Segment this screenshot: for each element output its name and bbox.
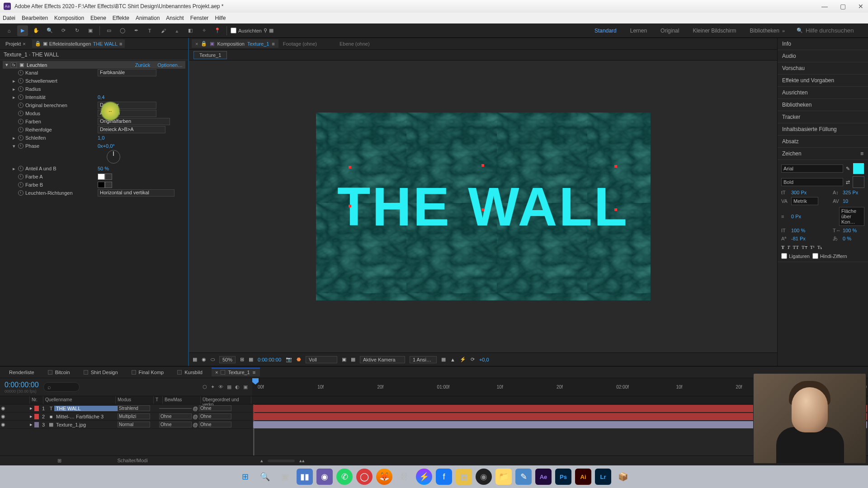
- menu-hilfe[interactable]: Hilfe: [215, 15, 226, 21]
- blend-mode-dropdown[interactable]: Normal: [118, 422, 150, 427]
- eyedropper-icon[interactable]: [105, 174, 112, 180]
- leading-value[interactable]: 325 Px: [843, 190, 864, 195]
- lock-icon[interactable]: 🔒: [201, 41, 207, 47]
- stopwatch-icon[interactable]: [18, 135, 24, 141]
- maximize-button[interactable]: ▢: [839, 3, 846, 10]
- layer-tab[interactable]: Ebene (ohne): [340, 41, 370, 47]
- app-icon[interactable]: ⛓: [396, 469, 412, 485]
- workspace-bibliotheken[interactable]: Bibliotheken: [750, 28, 779, 34]
- selection-tool[interactable]: ▶: [17, 25, 28, 36]
- workspace-kleiner bildschirm[interactable]: Kleiner Bildschirm: [693, 28, 736, 34]
- parent-pickwhip-icon[interactable]: @: [192, 406, 199, 411]
- options-link[interactable]: Optionen…: [157, 62, 183, 68]
- frame-blend-icon[interactable]: ▦: [227, 384, 231, 390]
- richtungen-dropdown[interactable]: Horizontal und vertikal: [98, 189, 175, 197]
- visibility-icon[interactable]: ◉: [0, 422, 6, 427]
- menu-ebene[interactable]: Ebene: [90, 15, 106, 21]
- menu-ansicht[interactable]: Ansicht: [166, 15, 184, 21]
- motion-blur-icon[interactable]: ◐: [235, 384, 240, 390]
- toggle-switches-icon[interactable]: ⊞: [57, 458, 61, 463]
- hand-tool[interactable]: ✋: [31, 25, 42, 36]
- panel-header-effekte-und-vorgaben[interactable]: Effekte und Vorgaben: [778, 75, 868, 87]
- timeline-tab[interactable]: Kursbild: [173, 368, 207, 376]
- orbit-tool[interactable]: ⟳: [58, 25, 69, 36]
- stopwatch-icon[interactable]: [18, 70, 24, 75]
- firefox-icon[interactable]: 🦊: [376, 469, 392, 485]
- effect-controls-tab[interactable]: 🔒 ▣ Effekteinstellungen THE WALL ≡: [32, 39, 125, 48]
- panel-header-tracker[interactable]: Tracker: [778, 111, 868, 123]
- close-icon[interactable]: ×: [215, 370, 218, 375]
- timeline-tab[interactable]: Bitcoin: [43, 368, 75, 376]
- chevron-down-icon[interactable]: ▾: [12, 143, 16, 149]
- stopwatch-icon[interactable]: [18, 143, 24, 149]
- stopwatch-icon[interactable]: [18, 190, 24, 196]
- blend-mode-dropdown[interactable]: Multiplizi: [118, 413, 150, 419]
- dof-icon[interactable]: ▲: [450, 357, 455, 362]
- effect-enable-icon[interactable]: ▣: [19, 62, 24, 68]
- selection-handle[interactable]: [614, 208, 617, 211]
- stopwatch-icon[interactable]: [18, 119, 24, 124]
- fast-preview-icon[interactable]: ⚡: [460, 357, 466, 362]
- minimize-button[interactable]: —: [821, 3, 828, 10]
- layer-row[interactable]: ◉▸3▦Texture_1.jpgNormalOhne@Ohne: [0, 421, 252, 429]
- zeichen-panel-header[interactable]: Zeichen≡: [778, 148, 868, 160]
- refresh-icon[interactable]: ⟳: [471, 357, 475, 362]
- stopwatch-icon[interactable]: [18, 86, 24, 92]
- panel-header-info[interactable]: Info: [778, 38, 868, 50]
- illustrator-icon[interactable]: Ai: [575, 469, 591, 485]
- views-dropdown[interactable]: 1 Ansi…: [410, 356, 437, 363]
- zoom-in-icon[interactable]: ▴▴: [299, 458, 305, 464]
- menu-datei[interactable]: Datei: [3, 15, 15, 21]
- composition-viewer[interactable]: THE WALL: [189, 61, 777, 352]
- label-color[interactable]: [34, 406, 39, 411]
- close-icon[interactable]: ×: [195, 41, 198, 47]
- stopwatch-icon[interactable]: [18, 78, 24, 84]
- panel-menu-icon[interactable]: ≡: [119, 41, 122, 47]
- subscript-button[interactable]: T₁: [817, 244, 822, 250]
- font-weight-dropdown[interactable]: Bold: [781, 178, 843, 186]
- app-icon[interactable]: ▦: [456, 469, 472, 485]
- type-tool[interactable]: T: [144, 25, 155, 36]
- stroke-color-swatch[interactable]: [853, 176, 864, 188]
- stopwatch-icon[interactable]: [18, 166, 24, 171]
- blend-mode-dropdown[interactable]: Strahlend: [118, 405, 150, 411]
- selection-handle[interactable]: [349, 205, 351, 207]
- panel-menu-icon[interactable]: ≡: [860, 150, 863, 157]
- graph-editor-icon[interactable]: ▣: [243, 384, 248, 390]
- label-color[interactable]: [34, 422, 39, 427]
- selection-handle[interactable]: [481, 164, 484, 167]
- transparency-icon[interactable]: ▦: [351, 357, 355, 362]
- color-a-swatch[interactable]: [98, 174, 105, 180]
- hindi-digits-checkbox[interactable]: Hindi-Ziffern: [812, 253, 847, 259]
- project-tab[interactable]: Projekt×: [3, 40, 28, 48]
- workspace-lernen[interactable]: Lernen: [630, 28, 647, 34]
- chevron-right-icon[interactable]: ▸: [28, 422, 34, 427]
- effect-header[interactable]: ▾ fx ▣ Leuchten Zurück Optionen…: [3, 61, 185, 69]
- phase-dial[interactable]: [107, 150, 120, 164]
- viewer-time[interactable]: 0:00:00:00: [258, 357, 281, 362]
- stopwatch-icon[interactable]: [18, 94, 24, 100]
- obs-icon[interactable]: ◉: [476, 469, 492, 485]
- menu-fenster[interactable]: Fenster: [190, 15, 209, 21]
- kanal-dropdown[interactable]: Farbkanäle: [98, 69, 156, 76]
- photoshop-icon[interactable]: Ps: [555, 469, 571, 485]
- exposure-value[interactable]: +0,0: [479, 357, 489, 362]
- chevron-right-icon[interactable]: ▸: [28, 405, 34, 411]
- resolution-icon[interactable]: ⊞: [240, 357, 244, 362]
- chevron-right-icon[interactable]: ▸: [12, 94, 16, 100]
- app-icon[interactable]: ◯: [356, 469, 373, 485]
- menu-animation[interactable]: Animation: [136, 15, 160, 21]
- stroke-width-value[interactable]: 0 Px: [791, 214, 813, 219]
- chevron-right-icon[interactable]: ▸: [12, 135, 16, 141]
- lightroom-icon[interactable]: Lr: [595, 469, 611, 485]
- trkmat-dropdown[interactable]: [159, 408, 192, 409]
- panel-header-inhaltsbasierte-füllung[interactable]: Inhaltsbasierte Füllung: [778, 123, 868, 136]
- baseline-value[interactable]: -81 Px: [791, 236, 813, 241]
- chevron-right-icon[interactable]: ▸: [12, 166, 16, 172]
- parent-dropdown[interactable]: Ohne: [199, 422, 231, 427]
- timeline-tab[interactable]: Shirt Design: [79, 368, 123, 376]
- snap-grid-icon[interactable]: ▦: [269, 28, 274, 33]
- composition-tab[interactable]: × 🔒 ▣ Komposition Texture_1 ≡: [192, 39, 278, 48]
- selection-handle[interactable]: [481, 208, 484, 211]
- reset-link[interactable]: Zurück: [135, 62, 151, 68]
